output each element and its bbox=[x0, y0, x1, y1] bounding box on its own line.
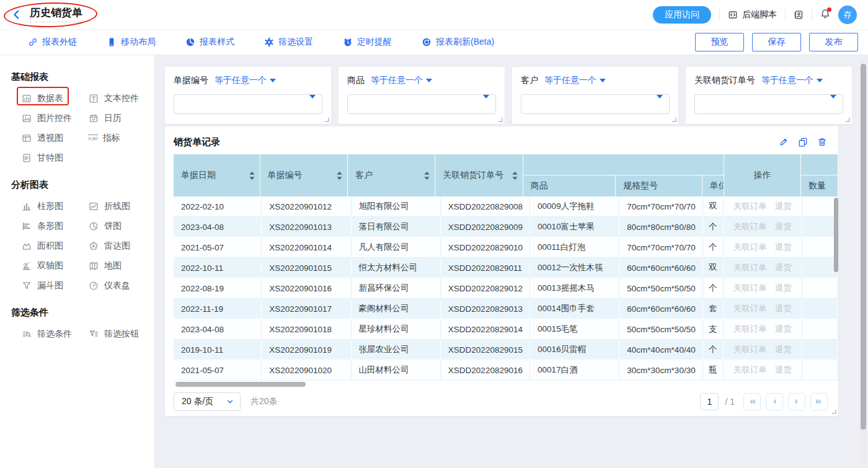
menubar-item-report-refresh[interactable]: 报表刷新(Beta) bbox=[422, 37, 494, 48]
app-access-button[interactable]: 应用访问 bbox=[653, 6, 711, 24]
table-row[interactable]: 2022-02-10XS20220901012旭阳有限公司XSDD2022082… bbox=[174, 196, 838, 217]
menubar-item-report-link[interactable]: 报表外链 bbox=[28, 37, 77, 48]
sidebar-item-pivot[interactable]: 透视图 bbox=[21, 133, 88, 143]
table-row[interactable]: 2022-10-11XS20220901015恒太方材料公司XSDD202208… bbox=[174, 258, 838, 278]
filter-value-select[interactable] bbox=[694, 94, 843, 114]
table-vertical-scrollbar[interactable] bbox=[834, 198, 838, 272]
row-action-link[interactable]: 退货 bbox=[775, 201, 792, 212]
backend-script-button[interactable]: 后端脚本 bbox=[728, 9, 777, 20]
menubar-item-scheduled-reminder[interactable]: 定时提醒 bbox=[343, 37, 392, 48]
filter-widget-product[interactable]: 商品 等于任意一个 bbox=[339, 67, 505, 124]
row-action-link[interactable]: 关联订单 bbox=[733, 221, 767, 232]
back-button[interactable] bbox=[11, 9, 22, 20]
save-button[interactable]: 保存 bbox=[752, 33, 801, 51]
widget-resize-handle[interactable] bbox=[498, 118, 503, 122]
row-action-link[interactable]: 退货 bbox=[775, 242, 792, 253]
filter-operator[interactable]: 等于任意一个 bbox=[761, 75, 823, 86]
sidebar-item-calendar[interactable]: 日历 bbox=[88, 113, 154, 123]
sidebar-item-radar-chart[interactable]: 雷达图 bbox=[88, 241, 154, 251]
sidebar-item-bar-chart[interactable]: 条形图 bbox=[21, 221, 88, 231]
avatar[interactable]: 存 bbox=[838, 6, 857, 24]
row-action-link[interactable]: 退货 bbox=[775, 221, 792, 232]
sidebar-item-filter-condition[interactable]: 筛选条件 bbox=[21, 329, 88, 339]
sidebar-item-gantt[interactable]: 甘特图 bbox=[21, 152, 88, 163]
table-resize-handle[interactable] bbox=[832, 410, 836, 414]
publish-button[interactable]: 发布 bbox=[809, 33, 858, 51]
filter-widget-related-order[interactable]: 关联销货订单号 等于任意一个 bbox=[686, 67, 852, 124]
table-row[interactable]: 2023-04-08XS20220901018星珍材料公司XSDD2022082… bbox=[174, 319, 838, 340]
sidebar-item-map[interactable]: 地图 bbox=[88, 260, 154, 271]
sidebar-item-text-widget[interactable]: 文本控件 bbox=[88, 93, 154, 104]
sidebar-item-line-chart[interactable]: 折线图 bbox=[88, 201, 154, 211]
row-action-link[interactable]: 关联订单 bbox=[733, 364, 767, 376]
sales-record-table-widget[interactable]: 销货单记录 单据日期单据编号客户关联销货订单号商品规格型号单位操作数量 2022… bbox=[165, 126, 838, 416]
filter-value-select[interactable] bbox=[521, 94, 670, 114]
column-header-customer[interactable]: 客户 bbox=[348, 154, 435, 196]
filter-value-select[interactable] bbox=[347, 94, 496, 114]
row-action-link[interactable]: 关联订单 bbox=[733, 303, 767, 314]
table-row[interactable]: 2019-10-11XS20220901019张屋农业公司XSDD2022082… bbox=[174, 340, 838, 360]
page-size-select[interactable]: 20 条/页 bbox=[174, 392, 241, 411]
widget-resize-handle[interactable] bbox=[325, 118, 329, 122]
row-action-link[interactable]: 退货 bbox=[775, 262, 792, 273]
sidebar-item-data-table[interactable]: 数据表 bbox=[21, 93, 88, 104]
table-row[interactable]: 2022-11-19XS20220901017豪阁材料公司XSDD2022082… bbox=[174, 299, 838, 319]
sidebar-item-column-chart[interactable]: 柱形图 bbox=[21, 201, 88, 211]
row-action-link[interactable]: 退货 bbox=[775, 344, 792, 355]
page-scrollbar-thumb[interactable] bbox=[861, 64, 866, 430]
page-number-input[interactable]: 1 bbox=[700, 393, 719, 410]
contacts-button[interactable] bbox=[794, 10, 804, 20]
widget-resize-handle[interactable] bbox=[672, 118, 676, 122]
sidebar-item-funnel[interactable]: 漏斗图 bbox=[21, 280, 88, 291]
page-title[interactable]: 历史销货单 bbox=[30, 7, 82, 22]
row-action-link[interactable]: 关联订单 bbox=[733, 201, 767, 212]
row-action-link[interactable]: 关联订单 bbox=[733, 242, 767, 253]
table-row[interactable]: 2021-05-07XS20220901014凡人有限公司XSDD2022082… bbox=[174, 237, 838, 258]
filter-widget-customer[interactable]: 客户 等于任意一个 bbox=[512, 67, 678, 124]
filter-operator[interactable]: 等于任意一个 bbox=[371, 75, 432, 86]
table-row[interactable]: 2021-05-07XS20220901020山田材料公司XSDD2022082… bbox=[174, 360, 838, 381]
next-page-button[interactable] bbox=[788, 393, 805, 410]
column-header-date[interactable]: 单据日期 bbox=[174, 154, 260, 196]
sidebar-item-image-widget[interactable]: 图片控件 bbox=[21, 113, 88, 123]
first-page-button[interactable] bbox=[743, 393, 761, 410]
delete-icon[interactable] bbox=[817, 137, 827, 147]
row-action-link[interactable]: 退货 bbox=[775, 283, 792, 294]
sort-icon[interactable] bbox=[246, 172, 255, 180]
notification-button[interactable] bbox=[820, 9, 830, 21]
table-row[interactable]: 2023-04-08XS20220901013落日有限公司XSDD2022082… bbox=[174, 217, 838, 237]
row-action-link[interactable]: 关联订单 bbox=[733, 324, 767, 335]
row-action-link[interactable]: 关联订单 bbox=[733, 283, 767, 294]
copy-icon[interactable] bbox=[798, 137, 808, 147]
row-action-link[interactable]: 退货 bbox=[775, 364, 792, 376]
sidebar-item-indicator[interactable]: 4,80指标 bbox=[88, 133, 154, 143]
table-row[interactable]: 2022-08-19XS20220901016新昌环保公司XSDD2022082… bbox=[174, 278, 838, 299]
last-page-button[interactable] bbox=[810, 393, 828, 410]
sort-icon[interactable] bbox=[508, 172, 518, 180]
preview-button[interactable]: 预览 bbox=[695, 33, 744, 51]
row-action-link[interactable]: 退货 bbox=[775, 303, 792, 314]
row-action-link[interactable]: 退货 bbox=[775, 324, 792, 335]
filter-value-select[interactable] bbox=[174, 94, 322, 114]
sidebar-item-area-chart[interactable]: 面积图 bbox=[21, 241, 88, 251]
edit-icon[interactable] bbox=[779, 137, 789, 147]
prev-page-button[interactable] bbox=[766, 393, 783, 410]
filter-operator[interactable]: 等于任意一个 bbox=[544, 75, 606, 86]
sidebar-item-filter-button[interactable]: 筛选按钮 bbox=[88, 329, 154, 339]
column-header-bill-no[interactable]: 单据编号 bbox=[260, 154, 348, 196]
column-header-related-order[interactable]: 关联销货订单号 bbox=[435, 154, 523, 196]
sidebar-item-pie-chart[interactable]: 饼图 bbox=[88, 221, 154, 231]
filter-operator[interactable]: 等于任意一个 bbox=[215, 75, 276, 86]
sidebar-item-dual-axis[interactable]: 双轴图 bbox=[21, 260, 88, 271]
menubar-item-report-style[interactable]: 报表样式 bbox=[185, 37, 234, 48]
menubar-item-mobile-layout[interactable]: 移动布局 bbox=[107, 37, 156, 48]
row-action-link[interactable]: 关联订单 bbox=[733, 262, 767, 273]
widget-resize-handle[interactable] bbox=[846, 118, 850, 122]
column-header-unit[interactable]: 单位 bbox=[702, 175, 724, 196]
column-header-spec[interactable]: 规格型号 bbox=[616, 175, 702, 196]
sort-icon[interactable] bbox=[333, 172, 342, 180]
sort-icon[interactable] bbox=[420, 172, 430, 180]
filter-widget-bill-no[interactable]: 单据编号 等于任意一个 bbox=[165, 67, 331, 124]
menubar-item-filter-settings[interactable]: 筛选设置 bbox=[264, 37, 313, 48]
horizontal-scroll-thumb[interactable] bbox=[175, 382, 306, 387]
